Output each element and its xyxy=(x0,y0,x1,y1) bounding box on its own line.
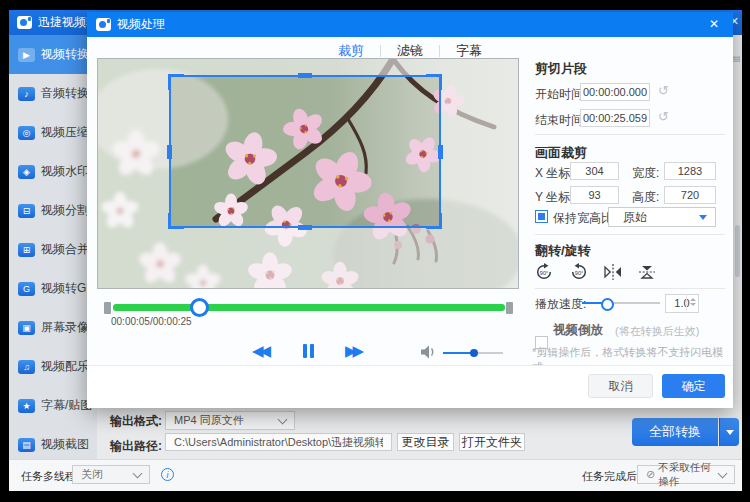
output-format-value: MP4 同原文件 xyxy=(174,413,279,428)
main-scrollbar[interactable] xyxy=(735,225,740,277)
convert-all-dropdown-arrow[interactable] xyxy=(719,418,739,446)
crop-y-input[interactable] xyxy=(570,186,619,204)
timeline-track[interactable] xyxy=(113,304,505,311)
after-task-value: 不采取任何操作 xyxy=(658,461,719,489)
fast-forward-button[interactable]: ▶▶ xyxy=(345,342,360,360)
after-task-select[interactable]: ⊘ 不采取任何操作 xyxy=(637,465,735,484)
video-preview xyxy=(97,58,519,289)
crop-section-title: 画面裁剪 xyxy=(535,144,587,162)
start-time-label: 开始时间: xyxy=(535,86,586,103)
output-format-select[interactable]: MP4 同原文件 xyxy=(165,411,295,430)
speed-label: 播放速度: xyxy=(535,296,586,313)
clip-section-title: 剪切片段 xyxy=(535,60,587,78)
divider xyxy=(535,288,725,289)
rewind-button[interactable]: ◀◀ xyxy=(252,342,267,360)
crop-h-input[interactable] xyxy=(664,186,716,204)
speed-handle[interactable] xyxy=(601,298,614,311)
flip-vertical-icon[interactable] xyxy=(637,262,657,282)
sidebar-item-audio-convert[interactable]: ♪ 音频转换 xyxy=(9,74,97,113)
info-icon[interactable]: i xyxy=(161,468,174,481)
sidebar-item-subtitle-sticker[interactable]: ★ 字幕/贴图 xyxy=(9,386,97,425)
crop-corner-handle[interactable] xyxy=(168,213,184,229)
ratio-select[interactable]: 原始 xyxy=(608,207,716,227)
sidebar-item-video-merge[interactable]: ⊞ 视频合并 xyxy=(9,230,97,269)
volume-icon[interactable] xyxy=(421,345,437,359)
sidebar-item-label: 视频转换 xyxy=(41,46,89,63)
volume-handle[interactable] xyxy=(470,349,478,357)
rotate-left-icon[interactable]: 90° xyxy=(534,262,554,282)
sidebar-item-video-to-gif[interactable]: G 视频转GIF xyxy=(9,269,97,308)
output-path-value: C:\Users\Administrator\Desktop\迅捷视频转换器 xyxy=(174,435,383,450)
crop-w-input[interactable] xyxy=(664,162,716,180)
transform-section-title: 翻转/旋转 xyxy=(535,242,591,260)
trim-start-handle[interactable] xyxy=(104,302,111,314)
thread-label: 任务多线程 xyxy=(21,469,76,484)
crop-edge-handle[interactable] xyxy=(438,145,443,159)
triangle-down-icon xyxy=(699,215,707,220)
pause-button[interactable] xyxy=(303,344,314,358)
dialog-close-icon[interactable]: ✕ xyxy=(709,17,719,31)
thread-select[interactable]: 关闭 xyxy=(72,465,150,484)
crop-corner-handle[interactable] xyxy=(168,74,184,90)
volume-fill xyxy=(443,352,473,354)
trim-end-handle[interactable] xyxy=(506,302,513,314)
crop-edge-handle[interactable] xyxy=(298,225,312,230)
divider xyxy=(535,234,725,235)
reset-end-time-icon[interactable]: ↺ xyxy=(658,110,669,124)
rotate-right-icon[interactable]: 90° xyxy=(569,262,589,282)
sidebar-item-video-music[interactable]: ♫ 视频配乐 xyxy=(9,347,97,386)
output-path-input[interactable]: C:\Users\Administrator\Desktop\迅捷视频转换器 xyxy=(165,433,392,451)
divider xyxy=(535,134,725,135)
chevron-down-icon xyxy=(278,414,288,424)
video-to-gif-icon: G xyxy=(18,282,35,296)
start-time-input[interactable] xyxy=(580,83,650,101)
video-compress-icon: ◎ xyxy=(18,126,35,140)
sidebar-item-label: 视频水印 xyxy=(41,163,89,180)
svg-text:90°: 90° xyxy=(540,270,548,276)
sidebar-item-label: 音频转换 xyxy=(41,85,89,102)
pause-bar-icon xyxy=(310,344,314,358)
crop-selection[interactable] xyxy=(169,75,441,228)
crop-w-label: 宽度: xyxy=(632,165,659,182)
chevron-down-icon xyxy=(133,468,143,478)
subtitle-sticker-icon: ★ xyxy=(18,399,35,413)
change-directory-button[interactable]: 更改目录 xyxy=(397,433,454,451)
crop-edge-handle[interactable] xyxy=(167,145,172,159)
sidebar-item-video-compress[interactable]: ◎ 视频压缩 xyxy=(9,113,97,152)
crop-x-input[interactable] xyxy=(570,162,619,180)
video-split-icon: ⊟ xyxy=(18,204,35,218)
sidebar-item-label: 视频合并 xyxy=(41,241,89,258)
ratio-value: 原始 xyxy=(623,209,699,226)
reset-start-time-icon[interactable]: ↺ xyxy=(658,84,669,98)
dialog-title: 视频处理 xyxy=(117,16,165,33)
crop-edge-handle[interactable] xyxy=(298,73,312,78)
video-convert-icon: ▶ xyxy=(18,48,35,62)
crop-corner-handle[interactable] xyxy=(426,74,442,90)
sidebar-item-video-convert[interactable]: ▶ 视频转换 xyxy=(9,35,97,74)
video-merge-icon: ⊞ xyxy=(18,243,35,257)
triangle-down-icon xyxy=(726,430,734,435)
after-task-label: 任务完成后 xyxy=(582,469,637,484)
sidebar-item-watermark[interactable]: ◈ 视频水印 xyxy=(9,152,97,191)
svg-text:90°: 90° xyxy=(575,270,583,276)
reverse-label: 视频倒放 xyxy=(553,322,603,339)
sidebar-item-label: 视频截图 xyxy=(41,436,89,453)
app-logo-icon xyxy=(17,16,32,29)
reverse-hint: (将在转换后生效) xyxy=(615,324,699,339)
watermark-icon: ◈ xyxy=(18,165,35,179)
sidebar-item-label: 视频配乐 xyxy=(41,358,89,375)
confirm-button[interactable]: 确定 xyxy=(662,374,725,398)
cancel-button[interactable]: 取消 xyxy=(588,374,653,398)
flip-horizontal-icon[interactable] xyxy=(603,262,623,282)
spinner-arrows-icon[interactable] xyxy=(686,294,698,310)
end-time-input[interactable] xyxy=(580,109,650,127)
playhead-handle[interactable] xyxy=(190,298,209,317)
keep-ratio-checkbox[interactable] xyxy=(535,210,548,223)
open-folder-button[interactable]: 打开文件夹 xyxy=(459,433,525,451)
sidebar-item-screen-record[interactable]: ▣ 屏幕录像 xyxy=(9,308,97,347)
convert-all-button[interactable]: 全部转换 xyxy=(632,418,718,446)
end-time-label: 结束时间: xyxy=(535,112,586,129)
sidebar-item-video-split[interactable]: ⊟ 视频分割 xyxy=(9,191,97,230)
sidebar: ▶ 视频转换 ♪ 音频转换 ◎ 视频压缩 ◈ 视频水印 ⊟ 视频分割 ⊞ 视频合… xyxy=(9,35,97,459)
crop-corner-handle[interactable] xyxy=(426,213,442,229)
